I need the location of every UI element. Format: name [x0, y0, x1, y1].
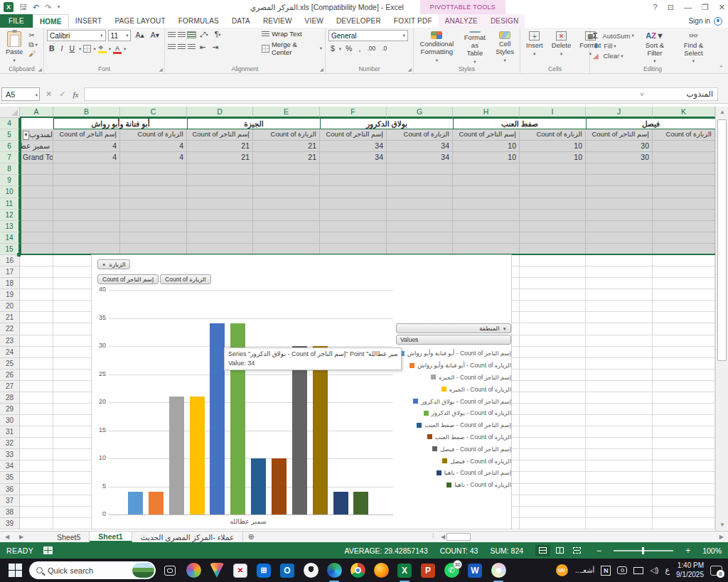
legend-item[interactable]: الجيزة - Count of إسم التاجر	[396, 372, 511, 384]
empty-cell[interactable]	[653, 163, 715, 175]
row-label-cell[interactable]: سمير عطالله	[20, 141, 53, 152]
value-cell[interactable]: 34	[320, 141, 387, 152]
qat-customize-icon[interactable]: ▾	[57, 4, 60, 10]
legend-item[interactable]: ناهيا - Count of الزيارة	[396, 479, 511, 491]
sheet-nav-right-icon[interactable]: ▶	[14, 532, 28, 542]
camera-tray-icon[interactable]	[617, 566, 627, 574]
empty-cell[interactable]	[53, 221, 120, 232]
zoom-out-icon[interactable]: −	[596, 546, 601, 555]
row-header-39[interactable]: 39	[0, 518, 20, 529]
value-cell[interactable]: 34	[387, 141, 453, 152]
empty-cell[interactable]	[387, 221, 453, 232]
value-cell[interactable]: 34	[387, 152, 453, 163]
empty-cell[interactable]	[653, 358, 715, 370]
empty-cell[interactable]	[586, 381, 653, 392]
empty-cell[interactable]	[586, 175, 653, 186]
empty-cell[interactable]	[520, 175, 586, 186]
bold-button[interactable]: B	[47, 44, 57, 54]
select-all-corner[interactable]	[0, 107, 20, 118]
chart-bar[interactable]	[128, 492, 143, 514]
font-size-select[interactable]: 11▾	[108, 30, 132, 41]
percent-icon[interactable]: %	[343, 44, 354, 54]
empty-cell[interactable]	[253, 232, 320, 244]
chrome-icon[interactable]	[348, 561, 367, 580]
column-header-G[interactable]: G	[387, 107, 453, 118]
zoom-in-icon[interactable]: +	[685, 546, 690, 555]
empty-cell[interactable]	[653, 335, 715, 347]
legend-item[interactable]: بولاق الدكرور - Count of الزيارة	[396, 407, 511, 419]
volume-tray-icon[interactable]: ◁)	[650, 566, 658, 575]
value-cell[interactable]: 4	[53, 152, 120, 163]
empty-cell[interactable]	[520, 255, 586, 266]
row-header-26[interactable]: 26	[0, 370, 20, 381]
insert-cells-button[interactable]: ＋Insert▾	[523, 30, 546, 64]
empty-cell[interactable]	[586, 289, 653, 301]
chart-bar[interactable]	[210, 323, 225, 514]
empty-cell[interactable]	[53, 210, 120, 221]
empty-cell[interactable]	[20, 186, 53, 198]
row-header-33[interactable]: 33	[0, 449, 20, 460]
column-header-I[interactable]: I	[520, 107, 586, 118]
align-bottom-icon[interactable]	[188, 32, 196, 38]
comma-icon[interactable]: ,	[356, 44, 363, 54]
row-header-4[interactable]: 4	[0, 118, 20, 129]
empty-cell[interactable]	[120, 175, 187, 186]
zoom-level[interactable]: 100%	[702, 546, 722, 555]
field-header-cell[interactable]: Count of الزيارة	[253, 129, 320, 141]
legend-item[interactable]: ناهيا - Count of إسم التاجر	[396, 467, 511, 479]
empty-cell[interactable]	[20, 163, 53, 175]
empty-cell[interactable]	[520, 221, 586, 232]
undo-icon[interactable]: ↶	[33, 4, 39, 11]
decrease-indent-icon[interactable]: ⇤	[198, 43, 208, 53]
empty-cell[interactable]	[253, 198, 320, 210]
empty-cell[interactable]	[20, 347, 53, 358]
empty-cell[interactable]	[20, 472, 53, 483]
empty-cell[interactable]	[20, 507, 53, 518]
minimize-icon[interactable]: —	[684, 3, 692, 11]
empty-cell[interactable]	[320, 175, 387, 186]
empty-cell[interactable]	[20, 484, 53, 495]
chart-bar[interactable]	[313, 346, 328, 514]
value-cell[interactable]: 34	[320, 152, 387, 163]
tab-data[interactable]: DATA	[225, 14, 257, 28]
empty-cell[interactable]	[453, 186, 520, 198]
page-break-view-icon[interactable]	[569, 545, 584, 556]
region-header-cell[interactable]: الجيزة	[187, 118, 320, 129]
empty-cell[interactable]	[520, 472, 586, 483]
empty-cell[interactable]	[586, 198, 653, 210]
empty-cell[interactable]	[520, 426, 586, 438]
empty-cell[interactable]	[653, 438, 715, 449]
decrease-decimal-icon[interactable]: .0	[380, 45, 389, 53]
uv-tray-icon[interactable]: UV	[555, 561, 569, 580]
empty-cell[interactable]	[520, 449, 586, 460]
empty-cell[interactable]	[320, 163, 387, 175]
row-header-35[interactable]: 35	[0, 472, 20, 483]
empty-cell[interactable]	[20, 255, 53, 266]
empty-cell[interactable]	[387, 186, 453, 198]
empty-cell[interactable]	[20, 312, 53, 323]
save-icon[interactable]: 🖫	[19, 4, 27, 11]
number-format-select[interactable]: General▾	[328, 30, 408, 41]
align-center-icon[interactable]	[178, 44, 186, 50]
align-middle-icon[interactable]	[178, 32, 186, 38]
chart-bar[interactable]	[190, 397, 205, 514]
empty-cell[interactable]	[187, 186, 253, 198]
empty-cell[interactable]	[520, 438, 586, 449]
cancel-entry-icon[interactable]: ✕	[46, 90, 52, 99]
empty-cell[interactable]	[586, 335, 653, 347]
row-header-24[interactable]: 24	[0, 347, 20, 358]
vertical-scroll-thumb[interactable]	[717, 119, 727, 361]
empty-cell[interactable]	[653, 381, 715, 392]
region-header-cell[interactable]: أبو فنانة وأبو رواش	[53, 118, 187, 129]
empty-cell[interactable]	[53, 175, 120, 186]
empty-cell[interactable]	[520, 495, 586, 507]
row-header-21[interactable]: 21	[0, 312, 20, 323]
row-header-14[interactable]: 14	[0, 232, 20, 244]
empty-cell[interactable]	[653, 507, 715, 518]
onenote-tray-icon[interactable]: N	[601, 566, 611, 576]
value-cell[interactable]: 30	[586, 141, 653, 152]
empty-cell[interactable]	[520, 381, 586, 392]
cut-icon[interactable]: ✂	[28, 32, 37, 39]
empty-cell[interactable]	[586, 255, 653, 266]
zoom-slider[interactable]	[614, 550, 673, 551]
